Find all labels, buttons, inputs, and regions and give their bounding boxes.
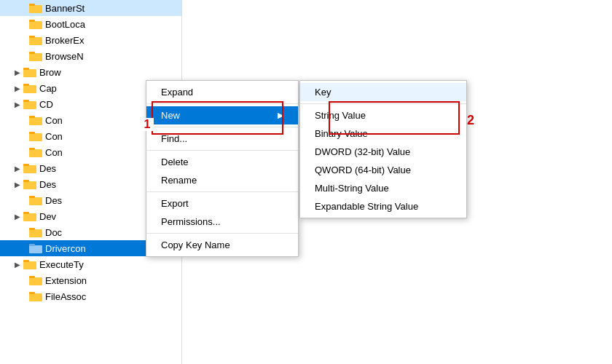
svg-rect-33 xyxy=(23,260,29,262)
folder-icon xyxy=(23,211,36,221)
tree-item[interactable]: BootLoca xyxy=(0,16,181,32)
folder-icon xyxy=(29,115,42,125)
folder-icon xyxy=(29,35,42,45)
svg-rect-10 xyxy=(23,85,36,93)
submenu-item-label: QWORD (64-bit) Value xyxy=(315,165,411,175)
svg-rect-28 xyxy=(29,229,42,237)
tree-item-label: BannerSt xyxy=(45,3,85,14)
menu-item-label: Rename xyxy=(161,175,197,186)
svg-rect-30 xyxy=(29,245,42,253)
svg-rect-17 xyxy=(29,132,35,134)
svg-rect-14 xyxy=(29,117,42,125)
menu-separator xyxy=(300,103,466,104)
tree-item-label: Des xyxy=(39,163,56,174)
svg-rect-8 xyxy=(23,69,36,77)
tree-item-label: ExecuteTy xyxy=(39,259,84,270)
menu-item-label: Delete xyxy=(161,157,189,167)
folder-icon xyxy=(29,275,42,285)
tree-item-label: Extension xyxy=(45,275,87,286)
tree-item[interactable]: ▶ ExecuteTy xyxy=(0,256,181,272)
menu-separator xyxy=(146,150,298,151)
chevron-right-icon: ▶ xyxy=(12,100,23,108)
submenu-item-label: Expandable String Value xyxy=(315,201,418,212)
folder-icon xyxy=(29,51,42,61)
folder-icon xyxy=(23,83,36,93)
menu-item-rename[interactable]: Rename xyxy=(146,171,298,189)
folder-icon xyxy=(23,163,36,173)
submenu-item-label: Multi-String Value xyxy=(315,183,389,194)
svg-rect-34 xyxy=(29,277,42,285)
tree-item-label: Con xyxy=(45,147,63,158)
submenu-item-label: Binary Value xyxy=(315,128,368,139)
submenu-item-dword-value[interactable]: DWORD (32-bit) Value xyxy=(300,143,466,161)
svg-rect-35 xyxy=(29,276,35,278)
menu-item-label: Expand xyxy=(161,87,193,98)
tree-item-label: Des xyxy=(45,195,62,206)
menu-item-delete[interactable]: Delete xyxy=(146,153,298,171)
tree-item-label: Doc xyxy=(45,227,62,238)
submenu-item-key[interactable]: Key xyxy=(300,83,466,101)
menu-item-label: New xyxy=(161,110,180,121)
menu-item-label: Copy Key Name xyxy=(161,240,230,250)
folder-icon xyxy=(29,227,42,237)
tree-item-label: Brow xyxy=(39,67,61,78)
submenu-item-expandable-value[interactable]: Expandable String Value xyxy=(300,197,466,215)
tree-item[interactable]: BrokerEx xyxy=(0,32,181,48)
step-label-1: 1 xyxy=(141,118,154,131)
tree-item-label: Drivercon xyxy=(45,243,86,254)
chevron-right-icon: ▶ xyxy=(12,181,23,189)
chevron-right-icon: ▶ xyxy=(12,165,23,173)
menu-item-new[interactable]: New ▶ xyxy=(146,106,298,124)
submenu-item-label: String Value xyxy=(315,110,366,121)
menu-item-copy-key-name[interactable]: Copy Key Name xyxy=(146,236,298,254)
tree-item[interactable]: FileAssoc xyxy=(0,288,181,304)
folder-icon xyxy=(29,195,42,205)
folder-icon xyxy=(23,67,36,77)
svg-rect-5 xyxy=(29,36,35,38)
submenu-item-qword-value[interactable]: QWORD (64-bit) Value xyxy=(300,161,466,179)
svg-rect-24 xyxy=(29,197,42,205)
folder-icon xyxy=(29,243,42,253)
svg-rect-23 xyxy=(23,180,29,182)
tree-item[interactable]: BrowseN xyxy=(0,48,181,64)
menu-item-expand[interactable]: Expand xyxy=(146,83,298,101)
svg-rect-1 xyxy=(29,4,35,6)
submenu-arrow-icon: ▶ xyxy=(278,111,283,120)
tree-item[interactable]: BannerSt xyxy=(0,0,181,16)
svg-rect-29 xyxy=(29,228,35,230)
menu-item-permissions[interactable]: Permissions... xyxy=(146,213,298,231)
tree-item-label: Cap xyxy=(39,83,57,94)
menu-item-export[interactable]: Export xyxy=(146,194,298,213)
submenu-item-label: Key xyxy=(315,87,331,98)
svg-rect-22 xyxy=(23,181,36,189)
tree-item-label: CD xyxy=(39,99,53,110)
submenu-item-binary-value[interactable]: Binary Value xyxy=(300,124,466,143)
folder-icon xyxy=(29,147,42,157)
submenu-item-multistring-value[interactable]: Multi-String Value xyxy=(300,179,466,197)
folder-icon xyxy=(23,259,36,269)
tree-item[interactable]: Extension xyxy=(0,272,181,288)
chevron-right-icon: ▶ xyxy=(12,213,23,221)
svg-rect-11 xyxy=(23,84,29,86)
svg-rect-37 xyxy=(29,292,35,294)
svg-rect-0 xyxy=(29,5,42,13)
svg-rect-6 xyxy=(29,53,42,61)
menu-item-label: Export xyxy=(161,198,189,209)
submenu-item-string-value[interactable]: String Value xyxy=(300,106,466,124)
svg-rect-15 xyxy=(29,116,35,118)
step-label-2: 2 xyxy=(467,113,474,128)
menu-item-label: Permissions... xyxy=(161,216,221,227)
svg-rect-21 xyxy=(23,164,29,166)
svg-rect-20 xyxy=(23,165,36,173)
folder-icon xyxy=(29,19,42,29)
tree-item[interactable]: ▶ Brow xyxy=(0,64,181,80)
svg-rect-27 xyxy=(23,212,29,214)
svg-rect-4 xyxy=(29,37,42,45)
folder-icon xyxy=(29,3,42,13)
svg-rect-9 xyxy=(23,68,29,70)
submenu-item-label: DWORD (32-bit) Value xyxy=(315,146,410,157)
tree-item-label: Des xyxy=(39,179,56,190)
folder-icon xyxy=(29,131,42,141)
svg-rect-19 xyxy=(29,148,35,150)
menu-item-find[interactable]: Find... xyxy=(146,130,298,148)
